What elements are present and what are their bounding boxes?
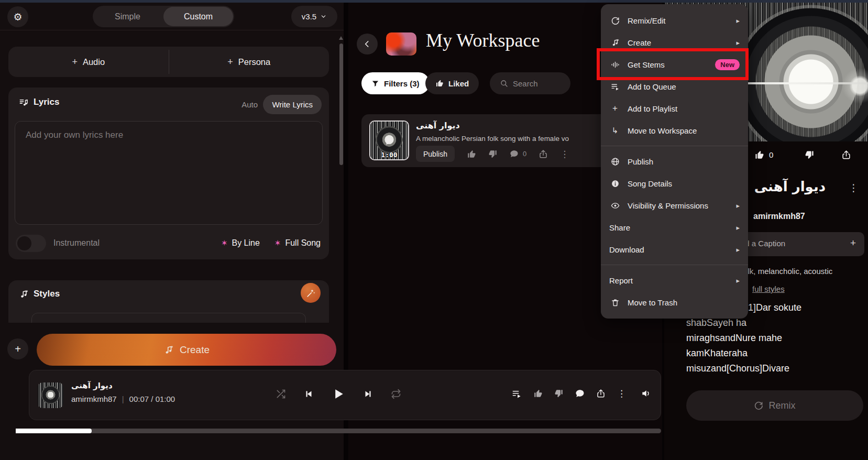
menu-item-share[interactable]: Share ▸ [601,216,748,238]
workspace-thumbnail[interactable] [386,32,416,56]
filters-button[interactable]: Filters (3) [361,72,430,94]
menu-item-move-to-workspace[interactable]: ↳ Move to Workspace [601,119,748,141]
lyrics-auto-tab[interactable]: Auto [241,100,258,109]
lyrics-write-tab[interactable]: Write Lyrics [263,95,322,114]
repeat-icon[interactable] [391,389,401,399]
comment-icon [510,149,519,158]
mode-toggle: Simple Custom [93,6,234,27]
lyrics-title: Lyrics [34,97,59,107]
song-options-icon[interactable]: ⋮ [849,182,859,193]
song-actions: Publish 0 ⋮ [416,146,569,162]
player-artwork [38,382,63,408]
menu-item-remix-edit[interactable]: Remix/Edit ▸ [601,9,748,31]
gear-icon: ⚙ [13,11,22,23]
settings-button[interactable]: ⚙ [7,6,28,27]
suno-app: ⚙ Simple Custom v3.5 + Audio + Persona L… [0,0,868,460]
like-count: 0 [769,150,773,159]
full-song-button[interactable]: ✶ Full Song [274,238,321,248]
info-icon [611,179,620,188]
publish-button[interactable]: Publish [416,146,455,162]
player-artist[interactable]: amirmkmh87 [71,395,117,403]
globe-icon [611,157,620,166]
menu-item-add-to-playlist[interactable]: + Add to Playlist [601,97,748,119]
menu-separator [601,146,748,146]
menu-label: Share [609,223,630,232]
styles-wand-button[interactable] [301,283,321,303]
next-icon[interactable] [362,388,374,400]
more-options-icon[interactable]: ⋮ [617,388,626,399]
thumb-up-icon[interactable] [467,149,476,159]
menu-label: Remix/Edit [628,16,666,25]
add-caption-icon[interactable]: + [850,237,856,249]
thumb-up-icon[interactable] [533,389,543,398]
menu-label: Report [609,276,633,285]
create-button[interactable]: Create [37,334,336,366]
add-persona-button[interactable]: + Persona [169,47,329,77]
dislike-button[interactable] [805,150,815,160]
scrollbar-arrow[interactable] [339,36,343,40]
lyrics-textarea[interactable]: Add your own lyrics here [15,121,323,225]
comment-button[interactable]: 0 [510,149,526,158]
liked-filter-button[interactable]: Liked [425,72,479,94]
tab-custom[interactable]: Custom [163,7,233,26]
menu-label: Move to Trash [628,298,677,307]
menu-item-song-details[interactable]: Song Details [601,172,748,194]
queue-icon [611,82,620,91]
comment-icon[interactable] [575,389,585,398]
lyrics-footer: Instrumental ✶ By Line ✶ Full Song [16,234,321,252]
like-button[interactable]: 0 [754,150,773,160]
music-note-sparkle-icon [611,38,620,47]
by-line-button[interactable]: ✶ By Line [221,238,260,248]
player-song-title[interactable]: دیوار آهنی [71,381,113,390]
tab-simple[interactable]: Simple [93,6,162,27]
eye-icon [611,201,620,210]
menu-item-move-to-trash[interactable]: Move to Trash [601,291,748,313]
player-thumbnail[interactable] [38,382,63,408]
add-audio-button[interactable]: + Audio [8,47,169,77]
instrumental-toggle[interactable] [16,235,46,252]
left-panel-scrollbar[interactable] [339,43,343,165]
queue-icon[interactable] [512,389,522,399]
menu-item-report[interactable]: Report ▸ [601,269,748,291]
version-dropdown[interactable]: v3.5 [291,6,337,27]
audio-label: Audio [83,57,105,67]
chevron-right-icon: ▸ [736,17,740,25]
song-title[interactable]: دیوار آهنی [416,121,460,130]
plus-icon: + [15,343,21,355]
chevron-right-icon: ▸ [736,246,740,254]
by-line-label: By Line [232,238,259,248]
back-button[interactable] [357,34,378,54]
trash-icon [611,298,620,307]
remix-button[interactable]: Remix [686,390,863,421]
artist-name[interactable]: amirmkmh87 [753,212,805,221]
volume-icon[interactable] [641,388,651,399]
shuffle-icon[interactable] [276,389,286,399]
menu-item-publish[interactable]: Publish [601,150,748,172]
playback-progress-bar[interactable] [16,429,661,433]
audio-persona-box: + Audio + Persona [8,47,329,77]
thumb-down-icon[interactable] [554,389,564,398]
comment-count: 0 [523,150,526,158]
player-time: 00:07 / 01:00 [129,395,175,403]
previous-icon[interactable] [303,388,314,400]
share-icon[interactable] [596,389,606,398]
thumb-down-icon[interactable] [488,149,498,159]
full-styles-link[interactable]: full styles [752,284,785,293]
song-thumbnail[interactable]: 1:00 [369,121,409,160]
menu-item-visibility-permissions[interactable]: Visibility & Permissions ▸ [601,194,748,216]
wand-icon [306,288,316,298]
share-icon[interactable] [539,149,548,159]
more-options-icon[interactable]: ⋮ [560,149,569,159]
styles-header: Styles [19,289,60,299]
filters-label: Filters (3) [384,79,420,88]
new-creation-button[interactable]: + [7,338,28,359]
lyrics-line: kamKhateraha [686,346,859,361]
menu-item-download[interactable]: Download ▸ [601,238,748,260]
song-duration: 1:00 [381,151,397,159]
player-controls [276,387,401,401]
play-icon[interactable] [331,387,346,401]
instrumental-label: Instrumental [53,238,100,248]
share-button[interactable] [841,150,851,160]
remix-icon [754,401,763,410]
search-input[interactable]: Search [490,72,570,94]
